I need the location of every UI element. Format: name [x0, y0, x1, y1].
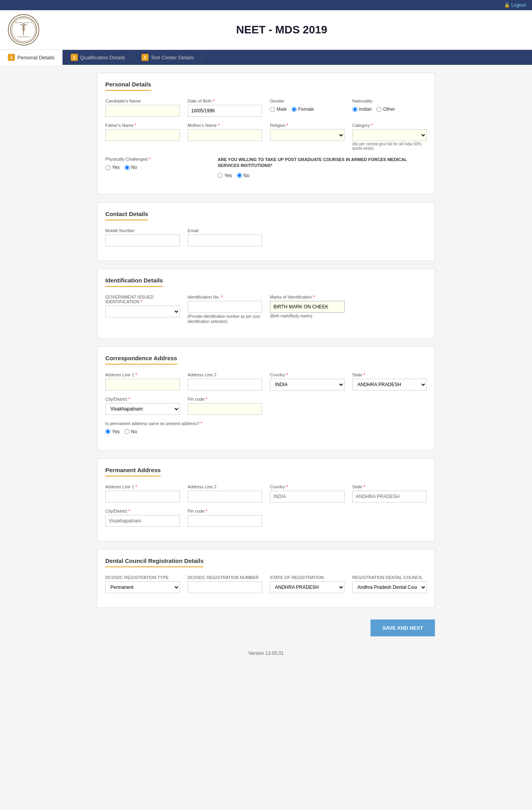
- marks-input[interactable]: [270, 301, 345, 313]
- mobile-group: Mobile Number: [105, 228, 180, 246]
- state-reg-select[interactable]: ANDHRA PRADESH: [270, 581, 345, 593]
- dob-input[interactable]: [188, 105, 262, 117]
- save-next-button[interactable]: SAVE AND NEXT: [371, 619, 435, 636]
- father-name-group: Father's Name *: [105, 123, 180, 150]
- perm-row-2: City/District * Pin code *: [105, 509, 427, 527]
- perm-country-input: [270, 491, 345, 502]
- email-group: Email: [188, 228, 262, 246]
- dob-label: Date of Birth *: [188, 99, 262, 103]
- category-group: Category * General OBC SC ST (As per cen…: [352, 123, 427, 150]
- perm-addr2-label: Address Line 2: [188, 484, 262, 489]
- dental-row-1: DCI/SDC REGISTRATION TYPE Permanent Prov…: [105, 575, 427, 593]
- corr-addr1-input[interactable]: [105, 379, 180, 390]
- same-yes-radio[interactable]: [105, 429, 110, 434]
- email-input[interactable]: [188, 235, 262, 246]
- perm-state-input: [352, 491, 427, 502]
- dental-council-section: Dental Council Registration Details DCI/…: [97, 549, 435, 608]
- corr-state-label: State *: [352, 372, 427, 377]
- gender-group: Gender Male Female: [270, 99, 345, 117]
- nav-tabs: 1 Personal Details 2 Qualification Detai…: [0, 50, 532, 65]
- pc-yes-radio[interactable]: [105, 165, 110, 170]
- physically-challenged-radio-group: Yes No: [105, 165, 210, 172]
- perm-addr2-input[interactable]: [188, 491, 262, 502]
- tab-qualification-icon: 2: [71, 54, 78, 61]
- button-row: SAVE AND NEXT: [97, 616, 435, 636]
- contact-details-title: Contact Details: [105, 211, 148, 220]
- contact-details-section: Contact Details Mobile Number Email: [97, 202, 435, 261]
- nationality-other-option[interactable]: Other: [376, 106, 395, 112]
- perm-addr1-input[interactable]: [105, 491, 180, 502]
- mother-name-group: Mother's Name *: [188, 123, 262, 150]
- perm-addr1-label: Address Line 1 *: [105, 484, 180, 489]
- header: NATIONAL BOARD OF EXAMINATIONS NEET - MD…: [0, 10, 532, 50]
- nationality-other-radio[interactable]: [376, 107, 382, 112]
- pc-no-option[interactable]: No: [125, 165, 137, 170]
- same-address-label: Is permanent address same as present add…: [105, 421, 427, 426]
- tab-personal-icon: 1: [8, 54, 15, 61]
- afms-no-option[interactable]: No: [237, 173, 249, 178]
- tab-personal-details[interactable]: 1 Personal Details: [0, 50, 63, 65]
- pc-no-radio[interactable]: [125, 165, 130, 170]
- reg-no-input[interactable]: [188, 581, 262, 593]
- gender-female-option[interactable]: Female: [292, 106, 314, 112]
- religion-group: Religion * Hindu Muslim Christian Sikh O…: [270, 123, 345, 150]
- perm-city-input: [105, 515, 180, 527]
- id-no-input[interactable]: [188, 301, 262, 313]
- dental-council-select[interactable]: Andhra Pradesh Dental Council: [352, 581, 427, 593]
- category-select[interactable]: General OBC SC ST: [352, 129, 427, 141]
- id-row-1: GOVERNMENT ISSUED IDENTIFICATION * Aadha…: [105, 295, 427, 324]
- dental-council-group: REGISTRATION DENTAL COUNCIL Andhra Prade…: [352, 575, 427, 593]
- marks-hint: (Birth mark/Body marks): [270, 314, 345, 318]
- corr-state-select[interactable]: ANDHRA PRADESH: [352, 379, 427, 390]
- corr-addr2-input[interactable]: [188, 379, 262, 390]
- corr-pincode-input[interactable]: [188, 403, 262, 415]
- contact-spacer-2: [352, 228, 427, 246]
- same-yes-option[interactable]: Yes: [105, 429, 120, 434]
- gender-male-option[interactable]: Male: [270, 106, 287, 112]
- state-reg-label: STATE OF REGISTRATION: [270, 575, 345, 580]
- state-reg-group: STATE OF REGISTRATION ANDHRA PRADESH: [270, 575, 345, 593]
- category-hint: (As per central govt list for all India …: [352, 142, 427, 150]
- afms-yes-option[interactable]: Yes: [218, 173, 232, 178]
- gender-radio-group: Male Female: [270, 106, 345, 114]
- nationality-indian-radio[interactable]: [352, 107, 358, 112]
- candidate-name-input[interactable]: [105, 105, 180, 117]
- govt-id-select[interactable]: Aadhaar Card Passport Voter ID PAN Card: [105, 306, 180, 317]
- contact-spacer-1: [270, 228, 345, 246]
- same-no-radio[interactable]: [125, 429, 130, 434]
- permanent-address-section: Permanent Address Address Line 1 * Addre…: [97, 458, 435, 541]
- perm-addr2-group: Address Line 2: [188, 484, 262, 502]
- mobile-input[interactable]: [105, 235, 180, 246]
- id-no-hint: (Provide identification number as per yo…: [188, 314, 262, 324]
- corr-country-select[interactable]: INDIA: [270, 379, 345, 390]
- pc-yes-option[interactable]: Yes: [105, 165, 120, 170]
- corr-city-select[interactable]: Visakhapatnam: [105, 403, 180, 415]
- nationality-group: Nationality Indian Other: [352, 99, 427, 117]
- tab-qualification-details[interactable]: 2 Qualification Details: [63, 50, 134, 65]
- afms-yes-radio[interactable]: [218, 173, 223, 178]
- physically-challenged-label: Physically Challenged *: [105, 157, 210, 161]
- top-bar: 🔓 Logout: [0, 0, 532, 10]
- same-no-option[interactable]: No: [125, 429, 137, 434]
- reg-type-group: DCI/SDC REGISTRATION TYPE Permanent Prov…: [105, 575, 180, 593]
- perm-state-group: State *: [352, 484, 427, 502]
- perm-row2-spacer2: [352, 509, 427, 527]
- logout-button[interactable]: 🔓 Logout: [504, 2, 526, 8]
- religion-select[interactable]: Hindu Muslim Christian Sikh Other: [270, 129, 345, 141]
- tab-testcenter-details[interactable]: 3 Test Center Details: [134, 50, 202, 65]
- father-name-input[interactable]: [105, 129, 180, 141]
- corr-row2-spacer1: [270, 397, 345, 415]
- marks-group: Marks of Identification * (Birth mark/Bo…: [270, 295, 345, 324]
- reg-no-group: DCI/SDC REGISTRATION NUMBER: [188, 575, 262, 593]
- gender-male-radio[interactable]: [270, 107, 275, 112]
- personal-row-3: Physically Challenged * Yes No ARE YOU W…: [105, 157, 427, 180]
- reg-type-select[interactable]: Permanent Provisional: [105, 581, 180, 593]
- dental-council-label: REGISTRATION DENTAL COUNCIL: [352, 575, 427, 580]
- afms-no-radio[interactable]: [237, 173, 242, 178]
- govt-id-group: GOVERNMENT ISSUED IDENTIFICATION * Aadha…: [105, 295, 180, 324]
- nationality-indian-option[interactable]: Indian: [352, 106, 372, 112]
- corr-addr2-label: Address Line 2: [188, 372, 262, 377]
- gender-female-radio[interactable]: [292, 107, 297, 112]
- tab-testcenter-icon: 3: [141, 54, 149, 61]
- mother-name-input[interactable]: [188, 129, 262, 141]
